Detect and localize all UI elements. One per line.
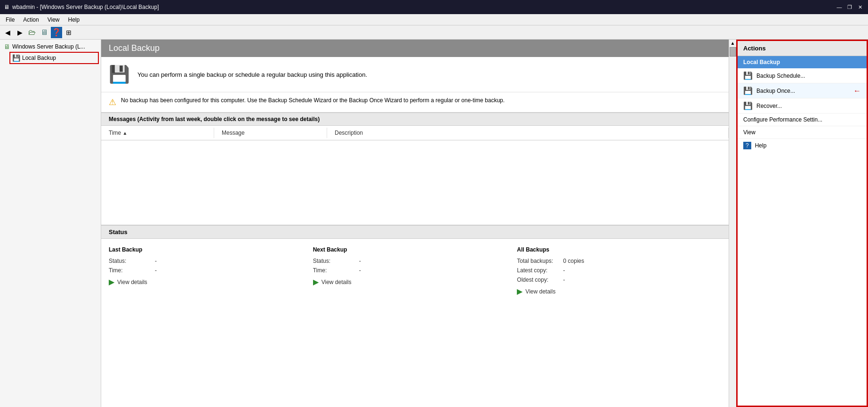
last-backup-view-details[interactable]: ▶ View details bbox=[109, 277, 304, 286]
restore-button[interactable]: ❐ bbox=[845, 3, 854, 11]
action-backup-schedule[interactable]: 💾 Backup Schedule... bbox=[738, 68, 867, 83]
messages-header: Messages (Activity from last week, doubl… bbox=[101, 113, 729, 126]
backup-info-icon: 💾 bbox=[109, 65, 130, 84]
last-backup-time-row: Time: - bbox=[109, 267, 304, 274]
sort-indicator: ▲ bbox=[123, 130, 128, 136]
up-button[interactable]: 🗁 bbox=[26, 27, 38, 38]
next-backup-col: Next Backup Status: - Time: - ▶ View det… bbox=[313, 246, 517, 296]
all-backups-latest-value: - bbox=[563, 267, 565, 274]
action-view[interactable]: View bbox=[738, 126, 867, 139]
all-backups-view-details[interactable]: ▶ View details bbox=[517, 287, 712, 296]
status-grid: Last Backup Status: - Time: - ▶ View det… bbox=[101, 239, 729, 303]
actions-header: Actions bbox=[738, 41, 867, 56]
sidebar-child-label: Local Backup bbox=[22, 55, 56, 61]
recover-icon: 💾 bbox=[743, 101, 753, 110]
next-backup-view-details[interactable]: ▶ View details bbox=[313, 277, 508, 286]
sidebar-local-backup[interactable]: 💾 Local Backup bbox=[9, 52, 99, 64]
all-backups-col: All Backups Total backups: 0 copies Late… bbox=[517, 246, 721, 296]
info-text: You can perform a single backup or sched… bbox=[137, 71, 367, 78]
last-backup-time-value: - bbox=[155, 267, 157, 274]
all-backups-view-details-label: View details bbox=[525, 288, 555, 295]
last-backup-view-details-label: View details bbox=[117, 279, 147, 285]
main-layout: 🖥 Windows Server Backup (L... 💾 Local Ba… bbox=[0, 40, 868, 407]
table-empty-area bbox=[101, 140, 729, 225]
view-details-icon-2: ▶ bbox=[313, 277, 319, 286]
content-body: 💾 You can perform a single backup or sch… bbox=[101, 57, 729, 407]
back-button[interactable]: ◀ bbox=[2, 27, 13, 38]
last-backup-status-label: Status: bbox=[109, 258, 151, 264]
table-header: Time ▲ Message Description bbox=[101, 126, 729, 140]
title-bar: 🖥 wbadmin - [Windows Server Backup (Loca… bbox=[0, 0, 868, 14]
center-content: Local Backup 💾 You can perform a single … bbox=[101, 40, 729, 407]
scroll-up[interactable]: ▲ bbox=[729, 40, 736, 47]
menu-view[interactable]: View bbox=[44, 16, 64, 24]
all-backups-title: All Backups bbox=[517, 246, 712, 253]
backup-once-label: Backup Once... bbox=[756, 88, 795, 94]
next-backup-status-value: - bbox=[359, 258, 361, 264]
next-backup-status-row: Status: - bbox=[313, 258, 508, 264]
col-time: Time ▲ bbox=[101, 128, 214, 138]
actions-title: Actions bbox=[743, 45, 766, 52]
status-section-header: Status bbox=[101, 225, 729, 239]
last-backup-status-row: Status: - bbox=[109, 258, 304, 264]
menu-bar: File Action View Help bbox=[0, 14, 868, 25]
view-details-icon-1: ▶ bbox=[109, 277, 114, 286]
toolbar: ◀ ▶ 🗁 🖥 ❓ ⊞ bbox=[0, 25, 868, 40]
all-backups-latest-label: Latest copy: bbox=[517, 267, 559, 274]
close-button[interactable]: ✕ bbox=[856, 3, 864, 11]
messages-header-text: Messages (Activity from last week, doubl… bbox=[109, 116, 320, 122]
local-backup-icon: 💾 bbox=[12, 54, 20, 62]
actions-panel: Actions Local Backup 💾 Backup Schedule..… bbox=[736, 40, 868, 407]
help-label: Help bbox=[755, 142, 767, 149]
next-backup-time-row: Time: - bbox=[313, 267, 508, 274]
view-label: View bbox=[743, 129, 755, 136]
last-backup-status-value: - bbox=[155, 258, 157, 264]
help-icon: ? bbox=[743, 142, 751, 149]
actions-section-label: Local Backup bbox=[743, 59, 780, 65]
next-backup-title: Next Backup bbox=[313, 246, 508, 253]
view-details-icon-3: ▶ bbox=[517, 287, 522, 296]
warning-section: ⚠ No backup has been configured for this… bbox=[101, 92, 729, 113]
last-backup-title: Last Backup bbox=[109, 246, 304, 253]
warning-text: No backup has been configured for this c… bbox=[121, 97, 721, 104]
col-message: Message bbox=[214, 128, 327, 138]
all-backups-latest-row: Latest copy: - bbox=[517, 267, 712, 274]
action-configure-performance[interactable]: Configure Performance Settin... bbox=[738, 114, 867, 126]
center-scrollbar[interactable]: ▲ bbox=[729, 40, 736, 407]
forward-button[interactable]: ▶ bbox=[14, 27, 25, 38]
minimize-button[interactable]: — bbox=[835, 3, 844, 11]
col-description: Description bbox=[327, 128, 729, 138]
backup-once-arrow: ← bbox=[853, 87, 861, 95]
last-backup-col: Last Backup Status: - Time: - ▶ View det… bbox=[109, 246, 313, 296]
status-title: Status bbox=[109, 228, 128, 236]
next-backup-status-label: Status: bbox=[313, 258, 355, 264]
info-section: 💾 You can perform a single backup or sch… bbox=[101, 57, 729, 92]
next-backup-time-value: - bbox=[359, 267, 361, 274]
all-backups-oldest-label: Oldest copy: bbox=[517, 277, 559, 283]
backup-once-icon: 💾 bbox=[743, 86, 753, 95]
backup-schedule-icon: 💾 bbox=[743, 71, 753, 80]
all-backups-total-value: 0 copies bbox=[563, 258, 584, 264]
actions-section-title: Local Backup bbox=[738, 56, 867, 68]
action-backup-once[interactable]: 💾 Backup Once... ← bbox=[738, 83, 867, 98]
action-help[interactable]: ? Help bbox=[738, 139, 867, 152]
scroll-thumb[interactable] bbox=[730, 47, 736, 57]
next-backup-time-label: Time: bbox=[313, 267, 355, 274]
sidebar: 🖥 Windows Server Backup (L... 💾 Local Ba… bbox=[0, 40, 101, 407]
menu-action[interactable]: Action bbox=[19, 16, 42, 24]
configure-performance-label: Configure Performance Settin... bbox=[743, 116, 822, 123]
menu-file[interactable]: File bbox=[2, 16, 18, 24]
all-backups-oldest-value: - bbox=[563, 277, 565, 283]
show-hide-button[interactable]: 🖥 bbox=[39, 27, 50, 38]
sidebar-parent-item[interactable]: 🖥 Windows Server Backup (L... bbox=[2, 41, 99, 52]
menu-help[interactable]: Help bbox=[64, 16, 84, 24]
warning-icon: ⚠ bbox=[109, 97, 116, 107]
content-title: Local Backup bbox=[109, 43, 160, 53]
last-backup-time-label: Time: bbox=[109, 267, 151, 274]
app-icon: 🖥 bbox=[4, 4, 9, 10]
all-backups-oldest-row: Oldest copy: - bbox=[517, 277, 712, 283]
action-recover[interactable]: 💾 Recover... bbox=[738, 98, 867, 114]
help-toolbar-button[interactable]: ❓ bbox=[51, 27, 62, 38]
backup-schedule-label: Backup Schedule... bbox=[756, 73, 805, 79]
properties-button[interactable]: ⊞ bbox=[63, 27, 74, 38]
